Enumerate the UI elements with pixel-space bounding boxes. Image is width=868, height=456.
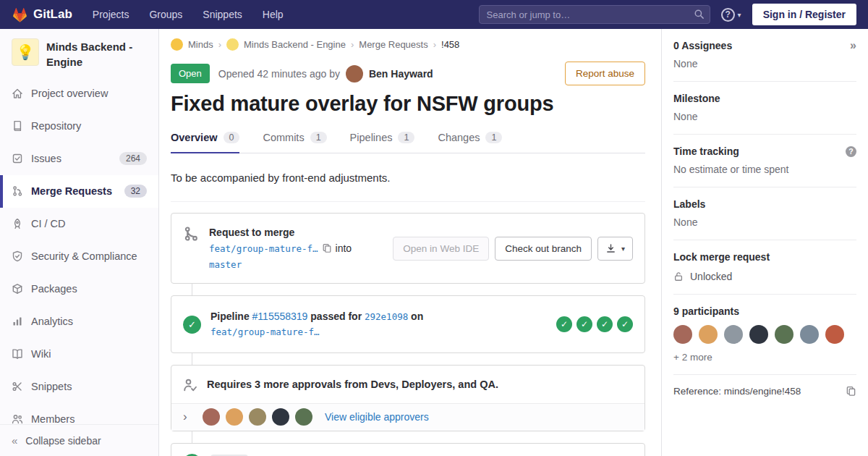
pipeline-status-icon: ✓ <box>183 316 201 334</box>
open-web-ide-button[interactable]: Open in Web IDE <box>393 237 489 261</box>
approver-avatar[interactable] <box>226 408 243 426</box>
tab-label: Overview <box>171 132 218 143</box>
target-branch-link[interactable]: master <box>209 259 242 270</box>
sidebar-item-ci-cd[interactable]: CI / CD <box>0 208 158 240</box>
ci-cd-icon <box>12 218 23 229</box>
milestone-section: Milestone None <box>673 82 856 135</box>
download-dropdown-button[interactable]: ▾ <box>597 237 633 261</box>
nav-item-help[interactable]: Help <box>263 9 284 20</box>
sidebar-item-wiki[interactable]: Wiki <box>0 338 158 371</box>
breadcrumb-group-link[interactable]: Minds <box>188 39 213 50</box>
copy-branch-icon[interactable] <box>322 243 332 253</box>
tab-pipelines[interactable]: Pipelines 1 <box>350 125 415 153</box>
pipeline-label: Pipeline <box>210 311 250 322</box>
left-sidebar: 💡 Minds Backend - Engine Project overvie… <box>0 29 159 456</box>
sidebar-item-security-compliance[interactable]: Security & Compliance <box>0 240 158 273</box>
gitlab-logo[interactable]: GitLab <box>12 7 72 22</box>
sidebar-item-snippets[interactable]: Snippets <box>0 371 158 403</box>
participant-avatar[interactable] <box>749 325 768 344</box>
participant-avatar[interactable] <box>800 325 819 344</box>
issues-icon <box>12 153 23 164</box>
copy-reference-icon[interactable] <box>846 386 856 397</box>
sidebar-item-label: Issues <box>31 153 61 164</box>
expand-approvers-icon[interactable]: › <box>183 410 199 424</box>
approver-avatar[interactable] <box>295 408 312 426</box>
tab-commits[interactable]: Commits 1 <box>263 125 326 153</box>
breadcrumb-current: !458 <box>441 39 459 50</box>
pipeline-branch-link[interactable]: feat/group-mature-f… <box>210 326 320 337</box>
breadcrumb-merge-requests-link[interactable]: Merge Requests <box>359 39 427 50</box>
participant-avatar[interactable] <box>775 325 793 344</box>
breadcrumb: Minds › Minds Backend - Engine › Merge R… <box>171 38 645 51</box>
project-context[interactable]: 💡 Minds Backend - Engine <box>0 29 158 77</box>
sidebar-item-issues[interactable]: Issues 264 <box>0 143 158 175</box>
nav-item-groups[interactable]: Groups <box>149 9 182 20</box>
help-dropdown[interactable]: ? ▾ <box>721 8 741 22</box>
approvals-required-text: Requires 3 more approvals from Devs, Dep… <box>207 379 498 390</box>
stage-passed-icon[interactable]: ✓ <box>556 316 572 332</box>
sidebar-item-label: Security & Compliance <box>31 250 137 262</box>
tab-label: Pipelines <box>350 132 393 143</box>
opened-text: Opened 42 minutes ago by <box>218 68 340 80</box>
sidebar-item-packages[interactable]: Packages <box>0 273 158 305</box>
request-actions: Open in Web IDE Check out branch ▾ <box>393 237 633 261</box>
lock-title: Lock merge request <box>673 251 770 263</box>
sidebar-item-repository[interactable]: Repository <box>0 110 158 143</box>
stage-passed-icon[interactable]: ✓ <box>617 316 633 332</box>
group-avatar <box>171 38 183 51</box>
lock-icon <box>673 271 684 282</box>
tab-label: Changes <box>438 132 480 143</box>
mr-title: Fixed mature overlay for NSFW groups <box>171 92 645 116</box>
brand-text: GitLab <box>33 7 72 22</box>
participant-avatar[interactable] <box>825 325 844 344</box>
collapse-sidebar-button[interactable]: « Collapse sidebar <box>0 424 158 456</box>
view-eligible-approvers-link[interactable]: View eligible approvers <box>325 411 429 423</box>
merge-request-widget: Request to merge feat/group-mature-f…int… <box>171 213 645 456</box>
nav-item-projects[interactable]: Projects <box>93 9 129 20</box>
participant-avatar[interactable] <box>673 325 692 344</box>
check-out-branch-button[interactable]: Check out branch <box>495 237 592 261</box>
participant-avatar[interactable] <box>724 325 743 344</box>
shield-icon <box>12 250 23 262</box>
source-branch-link[interactable]: feat/group-mature-f… <box>209 243 318 254</box>
merge-request-icon <box>12 185 23 197</box>
sidebar-item-label: Members <box>31 413 75 425</box>
sidebar-item-project-overview[interactable]: Project overview <box>0 77 158 110</box>
global-search <box>479 5 710 24</box>
search-input[interactable] <box>479 5 710 24</box>
top-navbar: GitLab Projects Groups Snippets Help ? ▾… <box>0 0 868 29</box>
sidebar-item-label: CI / CD <box>31 218 66 229</box>
sidebar-item-analytics[interactable]: Analytics <box>0 305 158 338</box>
mini-pipeline-stages: ✓ ✓ ✓ ✓ <box>556 316 633 332</box>
approver-avatar[interactable] <box>249 408 266 426</box>
sidebar-item-merge-requests[interactable]: Merge Requests 32 <box>0 175 158 208</box>
tab-count: 1 <box>398 132 414 143</box>
breadcrumb-separator: › <box>433 39 436 50</box>
time-tracking-help-icon[interactable]: ? <box>846 146 856 157</box>
download-icon <box>605 243 616 254</box>
collapse-right-sidebar-icon[interactable]: » <box>850 40 856 51</box>
pipeline-box: ✓ Pipeline #115558319 passed for 292e109… <box>171 295 645 353</box>
approver-avatar[interactable] <box>272 408 289 426</box>
participants-more-link[interactable]: + 2 more <box>673 352 856 363</box>
tab-label: Commits <box>263 132 304 143</box>
pipeline-id-link[interactable]: #115558319 <box>252 311 308 322</box>
tab-overview[interactable]: Overview 0 <box>171 125 239 153</box>
commit-sha-link[interactable]: 292e1098 <box>365 311 408 322</box>
navbar-right: ? ▾ Sign in / Register <box>479 4 856 25</box>
sidebar-item-label: Analytics <box>31 316 73 327</box>
report-abuse-button[interactable]: Report abuse <box>565 62 645 85</box>
stage-passed-icon[interactable]: ✓ <box>576 316 592 332</box>
stage-passed-icon[interactable]: ✓ <box>597 316 613 332</box>
participant-avatar[interactable] <box>699 325 718 344</box>
book-icon <box>12 348 23 360</box>
author-avatar[interactable] <box>346 65 363 83</box>
breadcrumb-project-link[interactable]: Minds Backend - Engine <box>244 39 346 50</box>
nav-item-snippets[interactable]: Snippets <box>203 9 242 20</box>
approver-avatar[interactable] <box>203 408 220 426</box>
author-link[interactable]: Ben Hayward <box>369 68 433 80</box>
tab-changes[interactable]: Changes 1 <box>438 125 502 153</box>
sign-in-button[interactable]: Sign in / Register <box>752 4 856 25</box>
approval-icon <box>183 378 197 392</box>
collapse-sidebar-label: Collapse sidebar <box>25 435 101 447</box>
